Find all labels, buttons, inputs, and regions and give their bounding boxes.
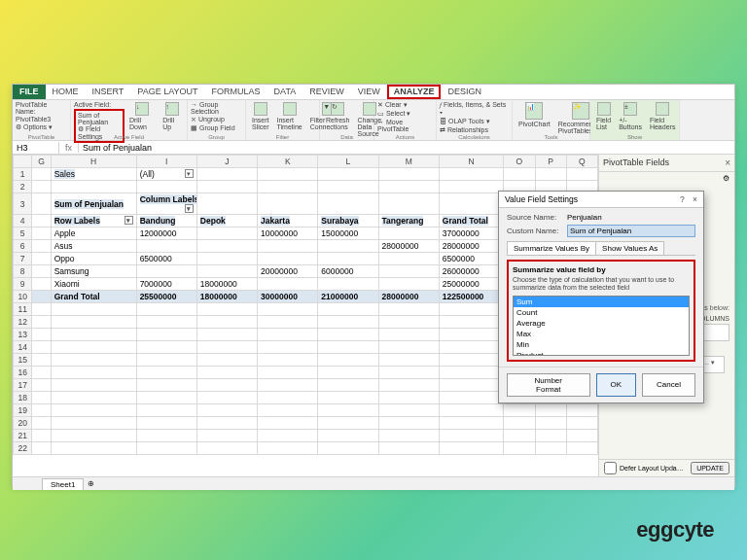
ribbon-tab-formulas[interactable]: FORMULAS [205, 85, 267, 99]
list-item[interactable]: Min [514, 339, 689, 350]
pivottable-name[interactable]: PivotTable3 [16, 116, 67, 122]
ribbon-group-activefield: Active Field [71, 134, 187, 140]
custom-name-label: Custom Name: [507, 227, 561, 235]
active-field-label: Active Field: [74, 101, 124, 108]
source-name-value: Penjualan [567, 213, 695, 222]
options-button[interactable]: ⚙ Options ▾ [16, 123, 67, 131]
recommended-icon: ✨ [572, 102, 589, 120]
pivottable-name-label: PivotTable Name: [16, 101, 67, 115]
clear-button[interactable]: ✕ Clear ▾ [377, 101, 433, 109]
ribbon-tab-data[interactable]: DATA [267, 85, 303, 99]
number-format-button[interactable]: Number Format [507, 373, 590, 397]
ribbon-tab-pagelayout[interactable]: PAGE LAYOUT [130, 85, 204, 99]
summarize-title: Summarize value field by [513, 265, 690, 274]
timeline-icon [283, 102, 297, 116]
ribbon-group-actions: Actions [374, 134, 436, 140]
group-selection-button[interactable]: → Group Selection [191, 101, 242, 115]
fields-pane-gear-icon[interactable]: ⚙ [723, 174, 729, 183]
tab-show-values-as[interactable]: Show Values As [595, 241, 664, 255]
dropdown-icon[interactable]: ▾ [185, 169, 194, 178]
slicer-icon [254, 102, 267, 116]
value-field-settings-dialog: Value Field Settings ? × Source Name:Pen… [498, 191, 704, 403]
fields-pane-close-icon[interactable]: × [725, 158, 730, 168]
move-button[interactable]: ↔ Move PivotTable [377, 119, 433, 132]
column-headers[interactable]: GHIJKLMNOPQ [14, 156, 598, 168]
dropdown-icon[interactable]: ▾ [185, 204, 194, 213]
ribbon-tabs: FILE HOME INSERT PAGE LAYOUT FORMULAS DA… [13, 85, 734, 100]
plusminus-icon: ± [623, 102, 637, 116]
brand-logo: eggcyte [636, 517, 714, 542]
calc-fields-button[interactable]: 𝑓 Fields, Items, & Sets ▾ [440, 101, 509, 117]
table-row[interactable]: 19 [14, 404, 598, 417]
select-button[interactable]: ▭ Select ▾ [377, 110, 433, 118]
summarize-box: Summarize value field by Choose the type… [507, 260, 695, 362]
ribbon-group-data: Data [320, 134, 374, 140]
summarize-list[interactable]: Sum Count Average Max Min Product [513, 296, 690, 356]
ribbon-group-group: Group [188, 134, 245, 140]
ribbon-group-show: Show [590, 134, 679, 140]
sheet-tab-bar: Sheet1 ⊕ [13, 476, 734, 490]
name-box[interactable]: H3 [13, 142, 59, 154]
ribbon-tab-view[interactable]: VIEW [351, 85, 387, 99]
dialog-close-icon[interactable]: × [693, 194, 697, 204]
formula-input[interactable]: Sum of Penjualan [79, 142, 156, 154]
olap-button[interactable]: 🗄 OLAP Tools ▾ [440, 118, 509, 125]
fields-pane-title: PivotTable Fields [603, 158, 669, 168]
ribbon-tab-file[interactable]: FILE [13, 85, 46, 99]
ribbon-tab-insert[interactable]: INSERT [86, 85, 131, 99]
list-item[interactable]: Sum [514, 297, 689, 307]
table-row[interactable]: 22 [14, 442, 598, 455]
custom-name-input[interactable] [567, 225, 695, 237]
ungroup-button[interactable]: ⤫ Ungroup [191, 116, 242, 123]
ok-button[interactable]: OK [596, 373, 637, 397]
defer-layout-checkbox[interactable] [604, 462, 617, 474]
new-sheet-icon[interactable]: ⊕ [88, 479, 94, 488]
ribbon-group-tools: Tools [513, 134, 589, 140]
list-item[interactable]: Count [514, 307, 689, 318]
headers-icon [656, 102, 669, 116]
drill-up-icon: ↑ [165, 102, 179, 116]
ribbon: PivotTable Name: PivotTable3 ⚙ Options ▾… [13, 100, 734, 141]
sheet-tab[interactable]: Sheet1 [42, 478, 84, 490]
dialog-help-icon[interactable]: ? [680, 194, 685, 204]
fx-icon[interactable]: fx [59, 143, 79, 153]
table-row[interactable]: 20 [14, 417, 598, 430]
ribbon-tab-home[interactable]: HOME [46, 85, 86, 99]
update-button[interactable]: UPDATE [691, 462, 729, 474]
ribbon-tab-review[interactable]: REVIEW [302, 85, 351, 99]
drill-down-icon: ↓ [135, 102, 149, 116]
fieldlist-icon [597, 102, 611, 116]
ribbon-group-pivottable: PivotTable [13, 134, 70, 140]
relationships-button[interactable]: ⇄ Relationships [440, 126, 509, 134]
ribbon-tab-analyze[interactable]: ANALYZE [387, 85, 442, 99]
cancel-button[interactable]: Cancel [642, 373, 695, 397]
ribbon-group-filter: Filter [246, 134, 319, 140]
ribbon-group-calc: Calculations [437, 134, 512, 140]
group-field-button[interactable]: ▦ Group Field [191, 124, 242, 132]
table-row[interactable]: 1Sales(All)▾ [14, 168, 598, 181]
tab-summarize-values[interactable]: Summarize Values By [507, 241, 596, 255]
dialog-title: Value Field Settings [505, 194, 578, 204]
list-item[interactable]: Average [514, 318, 689, 329]
source-name-label: Source Name: [507, 213, 561, 222]
list-item[interactable]: Max [514, 329, 689, 339]
chart-icon: 📊 [525, 102, 543, 120]
ribbon-tab-design[interactable]: DESIGN [441, 85, 488, 99]
refresh-icon: ↻ [331, 102, 344, 116]
defer-layout-label: Defer Layout Upda… [620, 465, 684, 472]
summarize-desc: Choose the type of calculation that you … [513, 276, 690, 293]
formula-bar: H3 fx Sum of Penjualan [13, 141, 734, 155]
list-item[interactable]: Product [514, 350, 689, 356]
dropdown-icon[interactable]: ▾ [124, 216, 133, 225]
active-field-value[interactable]: Sum of Penjualan [78, 112, 121, 125]
table-row[interactable]: 21 [14, 430, 598, 442]
